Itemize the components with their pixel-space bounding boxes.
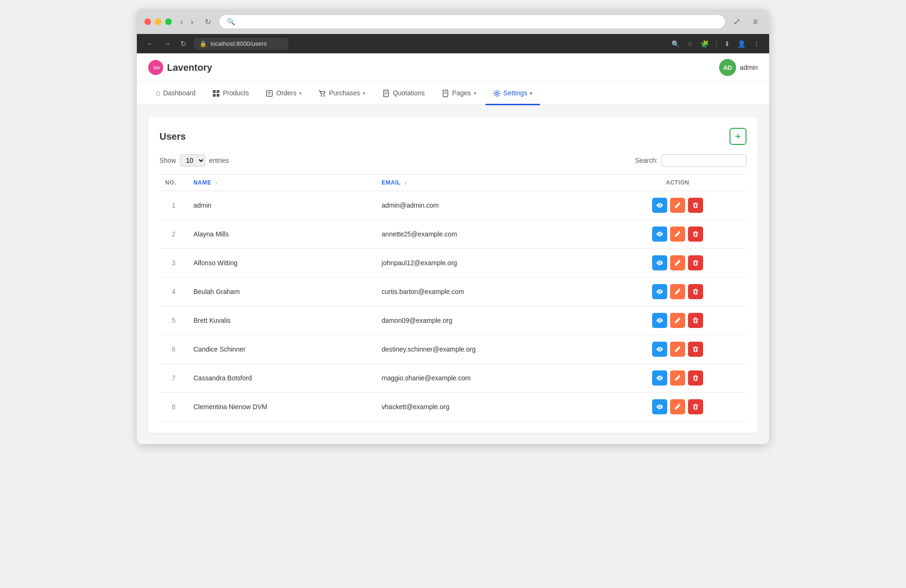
nav-item-settings[interactable]: Settings ▾ — [486, 82, 540, 105]
action-buttons — [614, 399, 741, 414]
cell-action — [609, 220, 747, 249]
edit-button[interactable] — [670, 198, 685, 213]
delete-button[interactable] — [688, 227, 703, 242]
action-buttons — [614, 342, 741, 357]
delete-button[interactable] — [688, 370, 703, 386]
edit-button[interactable] — [670, 313, 685, 328]
address-bar[interactable]: 🔒 localhost:8000/users — [194, 38, 288, 50]
action-buttons — [614, 227, 741, 242]
edit-button[interactable] — [670, 342, 685, 357]
browser-addon-icons: 🔍 ☆ 🧩 ⬇ 👤 ⋮ — [670, 39, 762, 49]
addr-back-button[interactable]: ← — [144, 39, 156, 49]
cell-no: 8 — [159, 393, 188, 421]
action-buttons — [614, 370, 741, 386]
delete-button[interactable] — [688, 255, 703, 270]
view-button[interactable] — [652, 227, 667, 242]
cell-no: 2 — [159, 220, 188, 249]
view-button[interactable] — [652, 198, 667, 213]
svg-rect-3 — [217, 90, 219, 93]
view-button[interactable] — [652, 284, 667, 299]
cell-no: 5 — [159, 306, 188, 335]
col-header-action: ACTION — [609, 175, 747, 191]
view-button[interactable] — [652, 370, 667, 386]
download-icon[interactable]: ⬇ — [722, 39, 732, 49]
edit-button[interactable] — [670, 227, 685, 242]
add-user-button[interactable]: + — [730, 128, 747, 145]
nav-item-orders[interactable]: Orders ▾ — [258, 82, 309, 105]
extensions-icon[interactable]: 🧩 — [699, 39, 711, 49]
browser-forward-button[interactable]: › — [188, 16, 196, 28]
browser-nav-arrows: ‹ › — [177, 16, 196, 28]
col-header-email[interactable]: EMAIL ↕ — [376, 175, 609, 191]
app-header: >> Laventory AD admin — [137, 53, 769, 82]
card-header: Users + — [159, 128, 747, 145]
nav-item-products[interactable]: Products — [205, 82, 256, 105]
view-button[interactable] — [652, 342, 667, 357]
cell-action — [609, 249, 747, 277]
table-row: 5Brett Kuvalisdamon09@example.org — [159, 306, 747, 335]
maximize-window-button[interactable] — [165, 18, 172, 25]
nav-label-dashboard: Dashboard — [163, 89, 196, 97]
nav-label-orders: Orders — [276, 89, 296, 97]
table-row: 8Clementina Nienow DVMvhackett@example.o… — [159, 393, 747, 421]
main-content: Users + Show 10 25 50 entries — [137, 105, 769, 444]
nav-item-purchases[interactable]: Purchases ▾ — [311, 82, 373, 105]
svg-text:>>: >> — [153, 65, 160, 71]
cell-email: maggio.shanie@example.com — [376, 364, 609, 393]
nav-item-pages[interactable]: Pages ▾ — [434, 82, 484, 105]
table-header-row: NO. NAME ↑ EMAIL ↕ ACTION — [159, 175, 747, 191]
view-button[interactable] — [652, 313, 667, 328]
bookmark-icon[interactable]: ☆ — [685, 39, 695, 49]
cell-action — [609, 191, 747, 220]
browser-menu-button[interactable]: ≡ — [749, 16, 762, 28]
users-table: NO. NAME ↑ EMAIL ↕ ACTION — [159, 174, 747, 421]
show-label: Show — [159, 157, 176, 164]
cell-email: destiney.schinner@example.org — [376, 335, 609, 364]
url-text: localhost:8000/users — [210, 40, 267, 47]
svg-point-18 — [495, 92, 498, 94]
delete-button[interactable] — [688, 284, 703, 299]
cell-no: 6 — [159, 335, 188, 364]
edit-button[interactable] — [670, 284, 685, 299]
view-button[interactable] — [652, 399, 667, 414]
delete-button[interactable] — [688, 198, 703, 213]
traffic-lights — [144, 18, 172, 25]
edit-button[interactable] — [670, 370, 685, 386]
delete-button[interactable] — [688, 342, 703, 357]
entries-select[interactable]: 10 25 50 — [180, 154, 205, 167]
cell-action — [609, 306, 747, 335]
search-input[interactable] — [662, 154, 747, 167]
edit-button[interactable] — [670, 255, 685, 270]
cell-action — [609, 364, 747, 393]
action-buttons — [614, 284, 741, 299]
browser-back-button[interactable]: ‹ — [177, 16, 186, 28]
cell-action — [609, 393, 747, 421]
delete-button[interactable] — [688, 313, 703, 328]
zoom-icon[interactable]: 🔍 — [670, 39, 681, 49]
nav-label-quotations: Quotations — [393, 89, 425, 97]
table-row: 7Cassandra Botsfordmaggio.shanie@example… — [159, 364, 747, 393]
email-sort-icon: ↕ — [404, 180, 407, 185]
delete-button[interactable] — [688, 399, 703, 414]
browser-refresh-button[interactable]: ↻ — [202, 17, 214, 27]
nav-item-quotations[interactable]: Quotations — [375, 82, 432, 105]
edit-button[interactable] — [670, 399, 685, 414]
nav-item-dashboard[interactable]: ⌂ Dashboard — [148, 82, 203, 105]
orders-dropdown-icon: ▾ — [299, 91, 302, 96]
col-header-name[interactable]: NAME ↑ — [188, 175, 376, 191]
browser-options-button[interactable]: ⋮ — [751, 39, 762, 49]
cell-name: Brett Kuvalis — [188, 306, 376, 335]
profile-icon[interactable]: 👤 — [736, 39, 747, 49]
titlebar-url-bar[interactable]: 🔍 — [219, 15, 725, 28]
close-window-button[interactable] — [144, 18, 151, 25]
addr-refresh-button[interactable]: ↻ — [178, 38, 188, 49]
view-button[interactable] — [652, 255, 667, 270]
addr-forward-button[interactable]: → — [161, 39, 173, 49]
show-entries-control: Show 10 25 50 entries — [159, 154, 229, 167]
quotations-icon — [382, 89, 390, 97]
logo-area: >> Laventory — [148, 60, 212, 75]
search-area: Search: — [635, 154, 747, 167]
minimize-window-button[interactable] — [155, 18, 161, 25]
browser-expand-button[interactable]: ⤢ — [730, 16, 743, 28]
action-buttons — [614, 313, 741, 328]
